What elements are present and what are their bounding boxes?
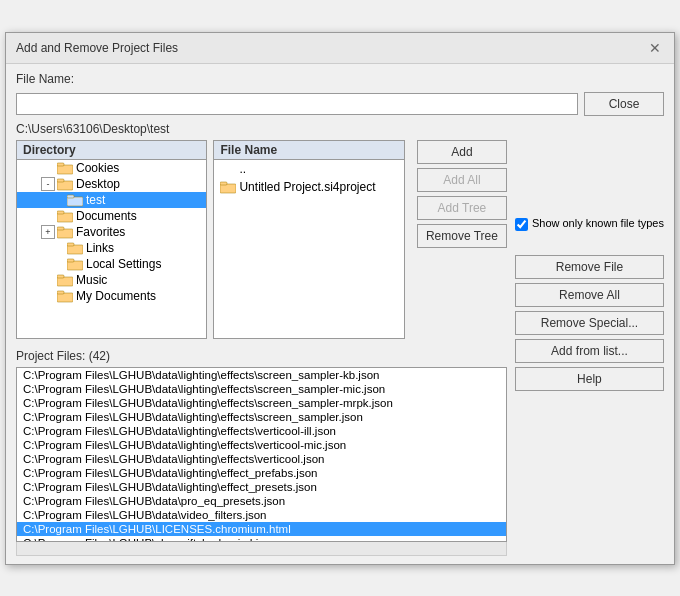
file-name-label: File Name: bbox=[16, 72, 74, 86]
title-close-button[interactable]: ✕ bbox=[646, 39, 664, 57]
svg-rect-15 bbox=[57, 275, 64, 278]
tree-item-label: Desktop bbox=[76, 177, 120, 191]
tree-item[interactable]: Links bbox=[17, 240, 206, 256]
file-name-input[interactable] bbox=[16, 93, 578, 115]
svg-rect-6 bbox=[57, 213, 73, 222]
expand-button[interactable]: + bbox=[41, 225, 55, 239]
tree-item[interactable]: + Favorites bbox=[17, 224, 206, 240]
folder-icon bbox=[67, 241, 83, 255]
right-buttons: Show only known file types Remove File R… bbox=[507, 140, 664, 556]
project-file-item[interactable]: C:\Program Files\LGHUB\data\lighting\eff… bbox=[17, 396, 506, 410]
svg-rect-11 bbox=[67, 243, 74, 246]
svg-rect-2 bbox=[57, 181, 73, 190]
folder-icon bbox=[57, 161, 73, 175]
remove-tree-button[interactable]: Remove Tree bbox=[417, 224, 507, 248]
file-name-header: File Name bbox=[213, 140, 404, 159]
main-content: Directory Cookies- Desktop test Document… bbox=[16, 140, 507, 556]
folder-icon bbox=[57, 273, 73, 287]
tree-item-label: test bbox=[86, 193, 105, 207]
folder-icon bbox=[57, 289, 73, 303]
title-bar: Add and Remove Project Files ✕ bbox=[6, 33, 674, 64]
tree-item-label: Cookies bbox=[76, 161, 119, 175]
svg-rect-16 bbox=[57, 293, 73, 302]
tree-buttons: Add Add All Add Tree Remove Tree bbox=[417, 140, 507, 339]
svg-rect-9 bbox=[57, 227, 64, 230]
folder-icon bbox=[57, 209, 73, 223]
tree-item-label: Links bbox=[86, 241, 114, 255]
file-item[interactable]: .. bbox=[214, 160, 403, 178]
file-name-row: File Name: bbox=[16, 72, 664, 86]
add-from-list-button[interactable]: Add from list... bbox=[515, 339, 664, 363]
svg-rect-14 bbox=[57, 277, 73, 286]
svg-rect-18 bbox=[220, 184, 236, 193]
current-path: C:\Users\63106\Desktop\test bbox=[16, 122, 664, 136]
dialog: Add and Remove Project Files ✕ File Name… bbox=[5, 32, 675, 565]
project-file-item[interactable]: C:\Program Files\LGHUB\data\lighting\eff… bbox=[17, 368, 506, 382]
show-known-label: Show only known file types bbox=[532, 216, 664, 230]
tree-item[interactable]: test bbox=[17, 192, 206, 208]
file-list[interactable]: .. Untitled Project.si4project bbox=[213, 159, 404, 339]
tree-item[interactable]: Local Settings bbox=[17, 256, 206, 272]
tree-item[interactable]: Cookies bbox=[17, 160, 206, 176]
folder-icon bbox=[67, 257, 83, 271]
tree-item[interactable]: Documents bbox=[17, 208, 206, 224]
folder-icon bbox=[220, 180, 236, 194]
show-known-checkbox-row: Show only known file types bbox=[515, 216, 664, 231]
svg-rect-4 bbox=[67, 197, 83, 206]
tree-item[interactable]: Music bbox=[17, 272, 206, 288]
close-button[interactable]: Close bbox=[584, 92, 664, 116]
svg-rect-1 bbox=[57, 163, 64, 166]
svg-rect-13 bbox=[67, 259, 74, 262]
remove-all-button[interactable]: Remove All bbox=[515, 283, 664, 307]
expand-button[interactable]: - bbox=[41, 177, 55, 191]
project-file-item[interactable]: C:\Program Files\LGHUB\data\lighting\eff… bbox=[17, 382, 506, 396]
project-file-item[interactable]: C:\Program Files\LGHUB\data\lighting\eff… bbox=[17, 466, 506, 480]
file-item-label: Untitled Project.si4project bbox=[239, 180, 375, 194]
project-file-item[interactable]: C:\Program Files\LGHUB\data\lighting\eff… bbox=[17, 452, 506, 466]
svg-rect-12 bbox=[67, 261, 83, 270]
svg-rect-5 bbox=[67, 195, 74, 198]
file-item-label: .. bbox=[239, 162, 246, 176]
dialog-title: Add and Remove Project Files bbox=[16, 41, 178, 55]
project-file-item[interactable]: C:\Program Files\LGHUB\data\video_filter… bbox=[17, 508, 506, 522]
directory-panel: Directory Cookies- Desktop test Document… bbox=[16, 140, 207, 339]
svg-rect-19 bbox=[220, 182, 227, 185]
tree-item-label: Documents bbox=[76, 209, 137, 223]
remove-special-button[interactable]: Remove Special... bbox=[515, 311, 664, 335]
folder-icon bbox=[57, 177, 73, 191]
project-file-item[interactable]: C:\Program Files\LGHUB\data\lighting\eff… bbox=[17, 410, 506, 424]
main-row: Directory Cookies- Desktop test Document… bbox=[16, 140, 664, 556]
tree-item[interactable]: - Desktop bbox=[17, 176, 206, 192]
directory-header: Directory bbox=[16, 140, 207, 159]
tree-item[interactable]: My Documents bbox=[17, 288, 206, 304]
project-files-label: Project Files: (42) bbox=[16, 349, 507, 363]
project-file-item[interactable]: C:\Program Files\LGHUB\data\lighting\eff… bbox=[17, 438, 506, 452]
add-tree-button[interactable]: Add Tree bbox=[417, 196, 507, 220]
svg-rect-0 bbox=[57, 165, 73, 174]
panels-row: Directory Cookies- Desktop test Document… bbox=[16, 140, 507, 339]
svg-rect-7 bbox=[57, 211, 64, 214]
file-item[interactable]: Untitled Project.si4project bbox=[214, 178, 403, 196]
file-name-panel: File Name .. Untitled Project.si4project bbox=[213, 140, 404, 339]
add-all-button[interactable]: Add All bbox=[417, 168, 507, 192]
svg-rect-17 bbox=[57, 291, 64, 294]
svg-rect-3 bbox=[57, 179, 64, 182]
project-files-list[interactable]: C:\Program Files\LGHUB\data\lighting\eff… bbox=[16, 367, 507, 542]
remove-file-button[interactable]: Remove File bbox=[515, 255, 664, 279]
directory-tree[interactable]: Cookies- Desktop test Documents+ Favorit… bbox=[16, 159, 207, 339]
svg-rect-10 bbox=[67, 245, 83, 254]
folder-icon bbox=[67, 193, 83, 207]
tree-item-label: Music bbox=[76, 273, 107, 287]
folder-icon bbox=[57, 225, 73, 239]
help-button[interactable]: Help bbox=[515, 367, 664, 391]
project-file-item[interactable]: C:\Program Files\LGHUB\data\lighting\eff… bbox=[17, 480, 506, 494]
svg-rect-8 bbox=[57, 229, 73, 238]
project-file-item[interactable]: C:\Program Files\LGHUB\LICENSES.chromium… bbox=[17, 522, 506, 536]
project-file-item[interactable]: C:\Program Files\LGHUB\data\pro_eq_prese… bbox=[17, 494, 506, 508]
add-button[interactable]: Add bbox=[417, 140, 507, 164]
hscroll-bar[interactable] bbox=[16, 542, 507, 556]
tree-item-label: Local Settings bbox=[86, 257, 161, 271]
project-file-item[interactable]: C:\Program Files\LGHUB\data\lighting\eff… bbox=[17, 424, 506, 438]
tree-item-label: My Documents bbox=[76, 289, 156, 303]
show-known-checkbox[interactable] bbox=[515, 218, 528, 231]
